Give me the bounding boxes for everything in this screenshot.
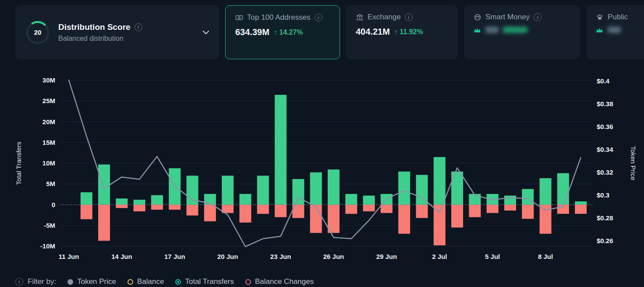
x-axis-tick: 26 Jun [323,253,344,260]
bar-positive [557,173,569,205]
bar-positive [345,194,357,205]
bar-positive [398,172,410,205]
bar-positive [151,195,163,205]
chevron-down-icon[interactable] [202,30,209,35]
exchange-value: 404.21M [356,27,390,37]
left-axis-tick: 5M [46,180,55,187]
bar-positive [363,196,375,205]
exchange-change: ↑ 11.92% [394,28,423,36]
filter-label: Total Transfers [185,277,234,286]
top-100-addresses-title: Top 100 Addresses [247,13,311,22]
exchange-card[interactable]: Exchange i 404.21M ↑ 11.92% [346,5,458,59]
distribution-score-subtitle: Balanced distribution [58,35,142,43]
bar-negative [310,205,322,233]
x-axis-tick: 29 Jun [376,253,397,260]
balance-marker-icon [127,279,133,285]
x-axis-tick: 8 Jul [538,253,553,260]
left-axis-title: Total Transfers [15,142,22,185]
bar-negative [151,205,163,210]
bar-positive [416,175,428,204]
balance-changes-marker-icon [245,279,251,285]
public-title: Public [608,13,628,22]
bar-positive [434,157,446,205]
bar-negative [116,205,127,208]
smart-money-card[interactable]: Smart Money i [464,5,580,59]
bar-positive [292,179,304,205]
bar-positive [134,200,145,204]
bar-positive [522,189,534,205]
bar-negative [275,205,287,217]
filter-balance[interactable]: Balance [127,277,164,286]
bar-positive [81,192,92,204]
public-card[interactable]: Public [586,5,644,59]
filter-total-transfers[interactable]: Total Transfers [175,277,234,286]
distribution-score-title: Distribution Score [58,22,131,32]
bar-positive [575,201,587,205]
filter-token-price[interactable]: Token Price [67,277,116,286]
bar-positive [275,95,287,204]
bar-positive [451,172,463,205]
distribution-score-card[interactable]: 20 Distribution Score i Balanced distrib… [15,5,219,59]
crown-icon [596,27,603,33]
total-transfers-marker-icon [175,279,181,285]
info-icon[interactable]: i [405,13,413,21]
info-icon[interactable]: i [315,14,322,22]
top-100-addresses-change: ↑ 14.27% [274,29,303,36]
bar-negative [81,205,92,219]
bar-negative [169,205,180,210]
right-axis-tick: $0.32 [597,169,613,176]
right-axis-tick: $0.38 [597,100,613,108]
filter-by-label: Filter by: [28,277,56,286]
x-axis-tick: 2 Jul [432,253,447,260]
top-100-addresses-value: 634.39M [235,27,269,37]
bar-negative [469,205,481,217]
top-100-addresses-card[interactable]: Top 100 Addresses i 634.39M ↑ 14.27% [225,5,340,59]
bar-negative [381,205,393,213]
token-price-marker-icon [67,279,73,285]
left-axis-tick: 30M [42,76,55,84]
left-axis-tick: 20M [42,118,55,126]
bar-negative [416,205,428,218]
x-axis-tick: 11 Jun [59,253,79,260]
chart-canvas[interactable]: 30M25M20M15M10M5M0-5M-10M$0.4$0.38$0.36$… [0,65,644,268]
info-icon[interactable]: i [15,278,23,286]
bar-negative [451,205,463,228]
bar-negative [434,205,446,246]
bar-positive [257,176,269,204]
left-axis-tick: 25M [42,97,55,104]
right-axis-tick: $0.36 [597,123,613,130]
left-axis-tick: 0 [52,201,55,208]
stats-header: 20 Distribution Score i Balanced distrib… [0,0,644,60]
bar-negative [504,205,516,211]
filter-balance-changes[interactable]: Balance Changes [245,277,314,286]
filter-label: Balance Changes [255,277,314,286]
bar-positive [310,172,322,205]
right-axis-title: Token Price [630,146,637,180]
info-icon[interactable]: i [534,13,541,21]
bar-negative [328,205,340,233]
right-axis-tick: $0.4 [597,77,610,85]
bar-negative [398,205,410,234]
distribution-score-gauge: 20 [25,20,50,45]
left-axis-tick: 10M [42,159,55,167]
bar-positive [98,165,110,205]
masked-change [503,27,527,33]
incognito-icon [474,13,481,21]
bar-positive [116,198,127,204]
x-axis-tick: 20 Jun [217,253,238,260]
right-axis-tick: $0.28 [597,214,613,222]
info-icon[interactable]: i [134,23,142,31]
masked-value [608,27,621,33]
banknote-icon [235,14,243,22]
right-axis-tick: $0.34 [597,146,613,153]
bar-positive [240,194,251,205]
distribution-score-value: 20 [34,29,42,36]
bar-negative [240,205,251,223]
bar-negative [345,205,357,214]
filter-label: Token Price [77,277,116,286]
transfers-price-chart[interactable]: 30M25M20M15M10M5M0-5M-10M$0.4$0.38$0.36$… [0,65,644,269]
bar-positive [540,178,552,204]
masked-value [485,27,499,33]
x-axis-tick: 17 Jun [164,253,185,260]
bar-negative [134,205,145,212]
